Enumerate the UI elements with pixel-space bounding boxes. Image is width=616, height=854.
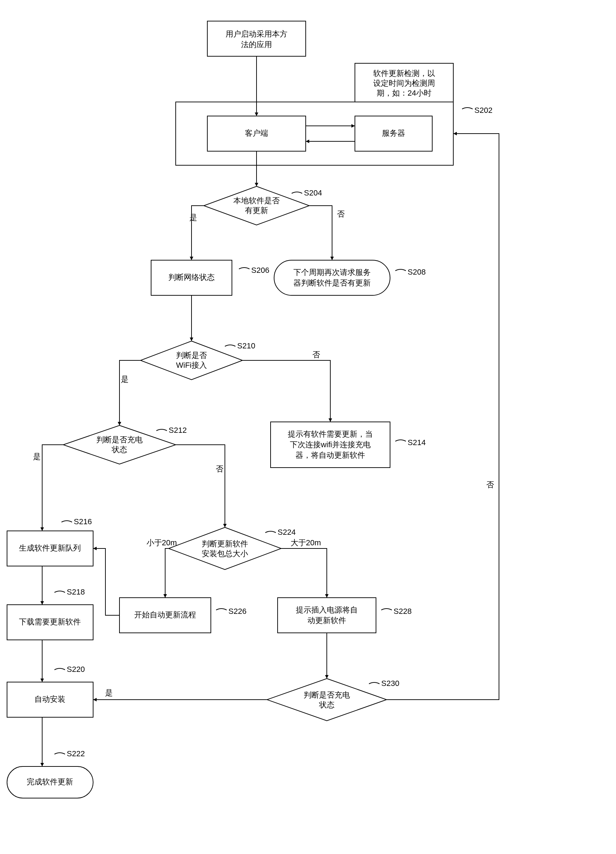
node-start xyxy=(207,21,306,56)
edge-d204-no xyxy=(309,206,332,260)
curl-s220 xyxy=(55,668,65,670)
node-d230 xyxy=(267,679,386,721)
label-s220: S220 xyxy=(67,665,85,674)
node-d230-l1: 判断是否充电 xyxy=(304,691,350,699)
edge-d224-gt xyxy=(281,549,327,598)
node-d224-l2: 安装包总大小 xyxy=(202,549,248,558)
curl-s226 xyxy=(216,608,227,610)
label-s204: S204 xyxy=(304,188,322,197)
curl-s206 xyxy=(239,268,249,269)
label-s214: S214 xyxy=(408,438,426,447)
label-s224: S224 xyxy=(278,528,295,537)
curl-s212 xyxy=(157,429,167,431)
label-s208: S208 xyxy=(408,268,426,276)
edge-s226-s216 xyxy=(93,549,120,615)
curl-s214 xyxy=(395,440,406,441)
label-d212-no: 否 xyxy=(216,464,224,473)
label-s230: S230 xyxy=(381,679,399,688)
label-d230-no: 否 xyxy=(486,480,494,489)
label-s226: S226 xyxy=(228,607,246,616)
label-d224-lt: 小于20m xyxy=(146,538,177,547)
node-s214-l2: 下次连接wifi并连接充电 xyxy=(290,440,371,449)
node-d210-l2: WiFi接入 xyxy=(176,361,207,369)
label-d230-yes: 是 xyxy=(105,688,113,697)
node-d204-l2: 有更新 xyxy=(245,206,268,215)
flowchart-canvas: 用户启动采用本方 法的应用 软件更新检测，以 设定时间为检测周 期，如：24小时… xyxy=(0,0,616,854)
curl-s224 xyxy=(265,531,276,533)
node-d224-l1: 判断更新软件 xyxy=(202,539,248,548)
curl-s208 xyxy=(395,269,406,271)
label-d212-yes: 是 xyxy=(33,452,41,461)
node-start-l2: 法的应用 xyxy=(241,40,272,49)
curl-s204 xyxy=(292,192,302,194)
curl-s222 xyxy=(55,753,65,754)
node-t208-l1: 下个周期再次请求服务 xyxy=(294,268,371,277)
label-d224-gt: 大于20m xyxy=(291,538,321,547)
node-note-l3: 期，如：24小时 xyxy=(377,88,432,98)
node-note-l2: 设定时间为检测周 xyxy=(373,79,435,87)
label-s228: S228 xyxy=(394,607,412,616)
node-d212-l2: 状态 xyxy=(111,445,127,454)
edge-d212-no xyxy=(176,445,225,528)
node-note-l1: 软件更新检测，以 xyxy=(373,69,435,78)
node-s214-l3: 器，将自动更新软件 xyxy=(295,451,365,459)
node-server-l1: 服务器 xyxy=(382,129,405,137)
node-d224 xyxy=(169,528,281,570)
label-d210-yes: 是 xyxy=(121,375,129,384)
curl-s228 xyxy=(381,608,392,610)
curl-s216 xyxy=(61,521,72,522)
node-client-l1: 客户端 xyxy=(245,129,268,137)
node-s228-l1: 提示插入电源将自 xyxy=(296,605,358,614)
node-s214-l1: 提示有软件需要更新，当 xyxy=(288,430,373,438)
node-s206-l1: 判断网络状态 xyxy=(168,273,215,282)
curl-s218 xyxy=(55,591,65,592)
label-s210: S210 xyxy=(237,342,255,350)
node-s218-l1: 下载需要更新软件 xyxy=(19,618,81,626)
node-s220-l1: 自动安装 xyxy=(35,695,65,703)
label-d204-yes: 是 xyxy=(189,213,197,222)
node-d212-l1: 判断是否充电 xyxy=(96,435,143,444)
node-t222-l1: 完成软件更新 xyxy=(27,777,73,786)
edge-d210-no xyxy=(242,360,330,422)
node-start-l1: 用户启动采用本方 xyxy=(226,29,287,38)
node-d210-l1: 判断是否 xyxy=(176,351,207,360)
edge-d224-lt xyxy=(165,549,169,598)
label-d210-no: 否 xyxy=(312,350,320,359)
curl-s230 xyxy=(369,682,380,684)
node-t208 xyxy=(274,260,390,295)
node-s226-l1: 开始自动更新流程 xyxy=(134,610,196,619)
node-d204-l1: 本地软件是否 xyxy=(233,196,280,205)
node-s228 xyxy=(278,598,376,633)
label-s202: S202 xyxy=(475,106,492,114)
label-s216: S216 xyxy=(74,517,92,526)
node-d230-l2: 状态 xyxy=(319,700,335,709)
label-s222: S222 xyxy=(67,749,85,758)
edge-d210-yes xyxy=(120,360,141,425)
curl-s210 xyxy=(225,345,236,346)
curl-s202 xyxy=(462,108,473,109)
label-s206: S206 xyxy=(251,266,269,274)
node-s216-l1: 生成软件更新队列 xyxy=(19,544,81,552)
label-d204-no: 否 xyxy=(337,209,345,218)
edge-d212-yes xyxy=(42,445,63,531)
label-s218: S218 xyxy=(67,587,85,596)
label-s212: S212 xyxy=(169,426,187,435)
node-s228-l2: 动更新软件 xyxy=(307,616,346,625)
node-t208-l2: 器判断软件是否有更新 xyxy=(294,279,371,287)
